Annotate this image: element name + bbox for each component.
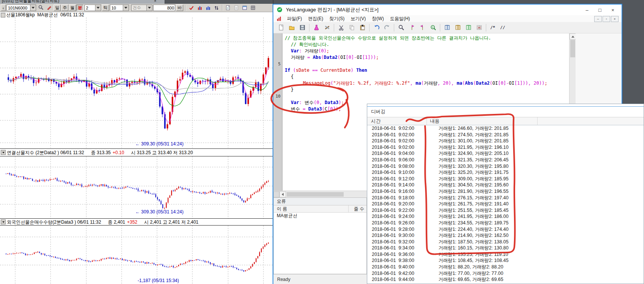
find-button[interactable] <box>396 22 406 33</box>
code-line[interactable]: } <box>282 87 569 93</box>
menu-item[interactable]: 파일(F) <box>284 15 305 22</box>
debug-log-row[interactable]: 2018-06-01 9:18:00거래량1: 276.15, 거래량2: 19… <box>367 195 644 201</box>
bar-count-input[interactable] <box>153 5 175 11</box>
save-file-button[interactable] <box>297 22 308 33</box>
debug-log-row[interactable]: 2018-06-01 9:14:00거래량1: 304.50, 거래량2: 19… <box>367 182 644 188</box>
open-file-button[interactable] <box>286 22 297 33</box>
sort-updown-button[interactable] <box>213 5 220 11</box>
book-close-button[interactable] <box>474 22 484 33</box>
pane-collapse-button[interactable] <box>1 150 6 155</box>
code-line[interactable]: If (sDate == CurrentDate) Then <box>282 67 569 74</box>
pane-icon[interactable] <box>1 13 5 17</box>
debug-log-row[interactable]: 2018-06-01 9:02:00거래량1: 301.00, 거래량2: 20… <box>367 138 644 144</box>
chevron-down-icon[interactable] <box>30 5 36 11</box>
mdi-minimize-button[interactable]: – <box>594 16 602 22</box>
debug-log-row[interactable]: 2018-06-01 9:04:00거래량1: 324.90, 거래량2: 20… <box>367 150 644 157</box>
scroll-left-button[interactable]: ‹ <box>1 5 6 11</box>
debug-log-row[interactable]: 2018-06-01 9:38:00거래량1: 108.45, 거래량2: 10… <box>367 257 644 264</box>
page-button[interactable] <box>224 5 232 11</box>
debug-log-row[interactable]: 2018-06-01 9:02:00거래량1: 246.60, 거래량2: 20… <box>367 125 644 132</box>
code-line[interactable]: 거래량 = Abs(Data2(OI[0]-OI[1])); <box>282 54 569 61</box>
tools-button[interactable] <box>322 22 332 33</box>
indicator-button[interactable] <box>311 22 322 33</box>
window-button[interactable] <box>241 5 249 11</box>
debug-log-row[interactable]: 2018-06-01 9:36:00거래량1: 135.25, 거래량2: 11… <box>367 251 644 258</box>
code-line[interactable] <box>282 61 569 67</box>
debug-col-content[interactable]: 내용 <box>427 117 538 125</box>
code-line[interactable]: { <box>282 74 569 80</box>
debug-log-row[interactable]: 2018-06-01 9:02:00거래량1: 274.50, 거래량2: 20… <box>367 132 644 138</box>
tick-button[interactable]: 틱 <box>102 5 109 11</box>
find-prev-button[interactable] <box>417 22 428 33</box>
code-line[interactable]: // 확인바랍니다. <box>282 41 569 48</box>
scroll-up-button[interactable] <box>569 33 576 39</box>
bars-blue-button[interactable] <box>204 5 212 11</box>
chevron-down-icon[interactable] <box>146 5 152 11</box>
debug-log-row[interactable]: 2018-06-01 9:24:00거래량1: 241.95, 거래량2: 18… <box>367 213 644 220</box>
symbol-combo[interactable]: 101N6000 <box>6 5 36 11</box>
pane-collapse-button[interactable] <box>1 219 6 224</box>
debug-log-row[interactable]: 2018-06-01 9:02:00거래량1: 321.95, 거래량2: 19… <box>367 144 644 151</box>
debug-log-row[interactable]: 2018-06-01 9:20:00거래량1: 261.75, 거래량2: 19… <box>367 201 644 207</box>
tick-combo[interactable]: 10 <box>110 5 129 11</box>
close-button[interactable]: × <box>606 5 619 14</box>
debug-log-row[interactable]: 2018-06-01 9:30:00거래량1: 214.90, 거래량2: 16… <box>367 232 644 239</box>
period-button-0[interactable]: 일 <box>54 5 61 11</box>
error-col-name[interactable]: 이 름 <box>274 205 349 212</box>
book-open-button[interactable] <box>463 22 474 33</box>
period-button-2[interactable]: 월 <box>69 5 76 11</box>
error-row[interactable]: MA평균선 <box>274 213 366 219</box>
minute-combo[interactable]: 2 <box>84 5 101 11</box>
draw-tool-button[interactable] <box>45 5 53 11</box>
code-line[interactable] <box>282 93 569 99</box>
error-col-lines[interactable]: 줄 수 <box>349 205 366 212</box>
netbuy-chart-pane[interactable] <box>0 226 273 284</box>
menu-item[interactable]: 편집(E) <box>305 15 326 22</box>
mdi-restore-button[interactable]: ▫ <box>603 16 610 22</box>
period-button-3[interactable]: 분 <box>76 5 84 11</box>
code-line[interactable]: // 참조종목을 외국인선물순매수 수량으로 설정하게 되면 장초반에는 다른 … <box>282 35 569 41</box>
debug-col-time[interactable]: 시간 <box>367 117 427 125</box>
comment-line-button[interactable]: // <box>498 22 508 33</box>
debug-log-row[interactable]: 2018-06-01 9:44:00거래량1: 69.65, 거래량2: 69.… <box>367 276 644 283</box>
code-line[interactable]: Var: 거래량(0); <box>282 48 569 54</box>
compile-book-button[interactable] <box>442 22 452 33</box>
debug-log-row[interactable]: 2018-06-01 9:34:00거래량1: 160.15, 거래량2: 13… <box>367 245 644 251</box>
maximize-button[interactable]: □ <box>593 5 606 14</box>
find-next-button[interactable] <box>406 22 417 33</box>
copy-button[interactable] <box>346 22 357 33</box>
count-combo[interactable]: 건수 <box>131 5 152 11</box>
mdi-close-button[interactable]: × <box>611 16 619 22</box>
cut-button[interactable] <box>336 22 346 33</box>
print-button[interactable] <box>232 5 240 11</box>
redo-button[interactable] <box>382 22 392 33</box>
debug-log-row[interactable]: 2018-06-01 9:28:00거래량1: 224.40, 거래량2: 17… <box>367 226 644 233</box>
debug-log-row[interactable]: 2018-06-01 9:42:00거래량1: 77.00, 거래량2: 77.… <box>367 270 644 277</box>
menu-item[interactable]: 도움말(H) <box>387 15 413 22</box>
scroll-thumb[interactable] <box>570 40 575 57</box>
menu-item[interactable]: 창(W) <box>369 15 387 22</box>
debug-log-row[interactable]: 2018-06-01 9:12:00거래량1: 309.00, 거래량2: 18… <box>367 176 644 182</box>
price-chart-pane[interactable] <box>0 17 273 148</box>
debug-log-row[interactable]: 2018-06-01 9:06:00거래량1: 321.35, 거래량2: 20… <box>367 157 644 163</box>
grid-button[interactable] <box>249 5 257 11</box>
minimize-button[interactable]: – <box>581 5 593 14</box>
debug-log-row[interactable]: 2018-06-01 9:40:00거래량1: 88.20, 거래량2: 88.… <box>367 264 644 270</box>
splitter-handle[interactable] <box>273 191 279 197</box>
undo-button[interactable] <box>371 22 382 33</box>
find-in-files-button[interactable] <box>428 22 438 33</box>
menu-item[interactable]: 찾기(S) <box>326 15 347 22</box>
tab-close-icon[interactable]: × <box>154 0 156 3</box>
debug-log-row[interactable]: 2018-06-01 9:08:00거래량1: 320.30, 거래량2: 19… <box>367 163 644 170</box>
compile-all-books-button[interactable] <box>452 22 463 33</box>
scroll-thumb[interactable] <box>287 192 344 197</box>
code-line[interactable]: MessageLog("거래량1: %.2f, 거래량2: %.2f", ma(… <box>282 80 569 87</box>
symbol-search-button[interactable] <box>37 5 44 11</box>
debug-log-row[interactable]: 2018-06-01 9:26:00거래량1: 234.55, 거래량2: 18… <box>367 220 644 226</box>
bar-unit-button[interactable]: 바 <box>176 5 183 11</box>
check-button[interactable] <box>187 5 195 11</box>
debug-log-row[interactable]: 2018-06-01 9:32:00거래량1: 187.50, 거래량2: 13… <box>367 239 644 245</box>
menu-item[interactable]: 보기(V) <box>347 15 369 22</box>
debug-log-row[interactable]: 2018-06-01 9:10:00거래량1: 325.20, 거래량2: 19… <box>367 169 644 176</box>
debug-log-row[interactable]: 2018-06-01 9:16:00거래량1: 281.90, 거래량2: 19… <box>367 188 644 195</box>
